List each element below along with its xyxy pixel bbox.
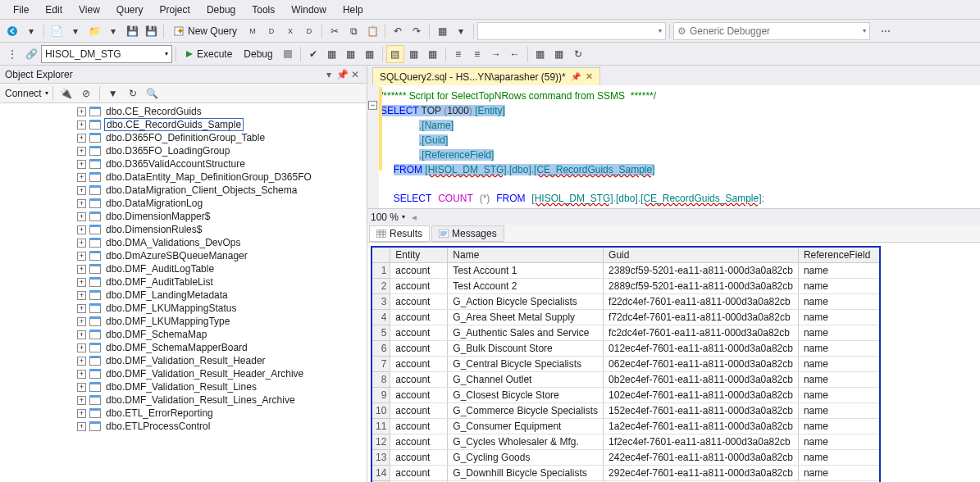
stop-button[interactable] bbox=[279, 45, 297, 63]
cell[interactable]: G_Closest Bicycle Store bbox=[448, 388, 604, 403]
table-row[interactable]: 6accountG_Bulk Discount Store012ec4ef-76… bbox=[371, 341, 880, 357]
cell[interactable]: name bbox=[798, 450, 880, 466]
cell[interactable]: account bbox=[390, 325, 448, 341]
expand-icon[interactable]: + bbox=[77, 107, 86, 116]
cell[interactable]: Test Account 1 bbox=[448, 263, 604, 279]
table-row[interactable]: 3accountG_Action Bicycle Specialistsf22d… bbox=[371, 294, 880, 310]
expand-icon[interactable]: + bbox=[77, 225, 86, 234]
zoom-level[interactable]: 100 % bbox=[371, 211, 399, 223]
table-row[interactable]: 12accountG_Cycles Wholesaler & Mfg.1f2ec… bbox=[371, 434, 880, 450]
expand-icon[interactable]: + bbox=[77, 357, 86, 366]
cell[interactable]: G_Area Sheet Metal Supply bbox=[448, 310, 604, 325]
table-row[interactable]: 14accountG_Downhill Bicycle Specialists2… bbox=[371, 466, 880, 481]
expand-icon[interactable]: + bbox=[77, 265, 86, 274]
tree-node[interactable]: +dbo.ETLProcessControl bbox=[0, 420, 367, 433]
results-to-text-button[interactable]: ▤ bbox=[386, 45, 404, 63]
cell[interactable]: name bbox=[798, 372, 880, 388]
refresh-icon[interactable]: ↻ bbox=[124, 84, 142, 102]
connect-button[interactable]: Connect bbox=[3, 88, 43, 99]
tree-node[interactable]: +dbo.CE_RecordGuids_Sample bbox=[0, 118, 367, 131]
sql-editor[interactable]: − /****** Script for SelectTopNRows comm… bbox=[367, 85, 980, 208]
tree-node[interactable]: +dbo.D365FO_DefinitionGroup_Table bbox=[0, 131, 367, 144]
menu-view[interactable]: View bbox=[71, 2, 108, 18]
tree-node[interactable]: +dbo.DmAzureSBQueueManager bbox=[0, 249, 367, 262]
cell[interactable]: name bbox=[798, 294, 880, 310]
tree-node[interactable]: +dbo.DataMigrationLog bbox=[0, 197, 367, 210]
results-grid-wrap[interactable]: EntityNameGuidReferenceField 1accountTes… bbox=[367, 243, 980, 482]
cell[interactable]: G_Commerce Bicycle Specialists bbox=[448, 403, 604, 419]
dropdown-icon[interactable]: ▾ bbox=[45, 89, 48, 97]
cell[interactable]: account bbox=[390, 279, 448, 294]
expand-icon[interactable]: + bbox=[77, 343, 86, 352]
cut-button[interactable]: ✂ bbox=[326, 22, 344, 40]
cell[interactable]: account bbox=[390, 419, 448, 434]
cell[interactable]: name bbox=[798, 310, 880, 325]
tree-node[interactable]: +dbo.DataEntity_Map_DefinitionGroup_D365… bbox=[0, 171, 367, 184]
toolbar-icon[interactable]: ▾ bbox=[452, 22, 470, 40]
change-connection-button[interactable]: 🔗 bbox=[22, 45, 40, 63]
cell[interactable]: G_Authentic Sales and Service bbox=[448, 325, 604, 341]
tree-node[interactable]: +dbo.CE_RecordGuids bbox=[0, 105, 367, 118]
open-button[interactable]: ▾ bbox=[66, 22, 84, 40]
tree-node[interactable]: +dbo.DMF_LandingMetadata bbox=[0, 289, 367, 302]
table-row[interactable]: 8accountG_Channel Outlet0b2ec4ef-7601-ea… bbox=[371, 372, 880, 388]
cell[interactable]: G_Action Bicycle Specialists bbox=[448, 294, 604, 310]
outdent-button[interactable]: ← bbox=[506, 45, 524, 63]
redo-button[interactable]: ↷ bbox=[408, 22, 426, 40]
results-tab[interactable]: Results bbox=[369, 225, 430, 242]
paste-button[interactable]: 📋 bbox=[363, 22, 381, 40]
cell[interactable]: 242ec4ef-7601-ea11-a811-000d3a0a82cb bbox=[604, 450, 799, 466]
tree-node[interactable]: +dbo.DMF_Validation_Result_Header_Archiv… bbox=[0, 367, 367, 380]
comment-button[interactable]: ≡ bbox=[449, 45, 467, 63]
tree-node[interactable]: +dbo.DMF_LKUMappingStatus bbox=[0, 302, 367, 315]
cell[interactable]: account bbox=[390, 450, 448, 466]
cell[interactable]: fc2dc4ef-7601-ea11-a811-000d3a0a82cb bbox=[604, 325, 799, 341]
table-row[interactable]: 13accountG_Cycling Goods242ec4ef-7601-ea… bbox=[371, 450, 880, 466]
toolbar-overflow-icon[interactable]: ⋯ bbox=[877, 22, 895, 40]
save-all-button[interactable]: 💾 bbox=[142, 22, 160, 40]
menu-help[interactable]: Help bbox=[335, 2, 371, 18]
menu-debug[interactable]: Debug bbox=[198, 2, 244, 18]
cell[interactable]: G_Consumer Equipment bbox=[448, 419, 604, 434]
results-to-grid-button[interactable]: ▦ bbox=[405, 45, 423, 63]
toolbar-mdx-icon[interactable]: M bbox=[244, 22, 262, 40]
expand-icon[interactable]: + bbox=[77, 317, 86, 326]
tree-node[interactable]: +dbo.DMF_LKUMappingType bbox=[0, 315, 367, 328]
cell[interactable]: account bbox=[390, 341, 448, 357]
close-icon[interactable]: ✕ bbox=[349, 69, 362, 80]
save-button[interactable]: 💾 bbox=[123, 22, 141, 40]
toolbar-icon[interactable]: ▾ bbox=[104, 22, 122, 40]
tab-close-icon[interactable]: ✕ bbox=[586, 71, 593, 82]
toolbar-icon[interactable]: 📁 bbox=[85, 22, 103, 40]
column-header[interactable]: ReferenceField bbox=[798, 247, 880, 263]
expand-icon[interactable]: + bbox=[77, 278, 86, 287]
collapse-icon[interactable]: − bbox=[368, 101, 377, 110]
cell[interactable]: account bbox=[390, 466, 448, 481]
disconnect-button[interactable]: 🔌 bbox=[57, 84, 75, 102]
database-dropdown[interactable]: HISOL_DM_STG ▾ bbox=[41, 45, 172, 63]
tree-node[interactable]: +dbo.D365ValidAccountStructure bbox=[0, 157, 367, 171]
expand-icon[interactable]: + bbox=[77, 252, 86, 261]
pin-icon[interactable]: 📌 bbox=[335, 69, 349, 80]
uncomment-button[interactable]: ≡ bbox=[468, 45, 486, 63]
expand-icon[interactable]: + bbox=[77, 330, 86, 339]
column-header[interactable]: Guid bbox=[604, 247, 799, 263]
cell[interactable]: name bbox=[798, 466, 880, 481]
stop-icon[interactable]: ⊘ bbox=[77, 84, 95, 102]
cell[interactable]: 2889cf59-5201-ea11-a811-000d3a0a82cb bbox=[604, 279, 799, 294]
cell[interactable]: account bbox=[390, 263, 448, 279]
new-project-button[interactable]: 📄 bbox=[48, 22, 66, 40]
expand-icon[interactable]: + bbox=[77, 160, 86, 169]
cell[interactable]: account bbox=[390, 372, 448, 388]
cell[interactable]: 152ec4ef-7601-ea11-a811-000d3a0a82cb bbox=[604, 403, 799, 419]
table-row[interactable]: 10accountG_Commerce Bicycle Specialists1… bbox=[371, 403, 880, 419]
table-row[interactable]: 1accountTest Account 12389cf59-5201-ea11… bbox=[371, 263, 880, 279]
dropdown-icon[interactable]: ▾ bbox=[322, 69, 335, 80]
toolbar-icon[interactable]: ▦ bbox=[433, 22, 451, 40]
expand-icon[interactable]: + bbox=[77, 396, 86, 405]
expand-icon[interactable]: + bbox=[77, 304, 86, 313]
toolbar-icon[interactable]: ↻ bbox=[569, 45, 587, 63]
tree-node[interactable]: +dbo.DMF_Validation_Result_Lines bbox=[0, 380, 367, 393]
cell[interactable]: G_Cycles Wholesaler & Mfg. bbox=[448, 434, 604, 450]
column-header[interactable]: Entity bbox=[390, 247, 448, 263]
